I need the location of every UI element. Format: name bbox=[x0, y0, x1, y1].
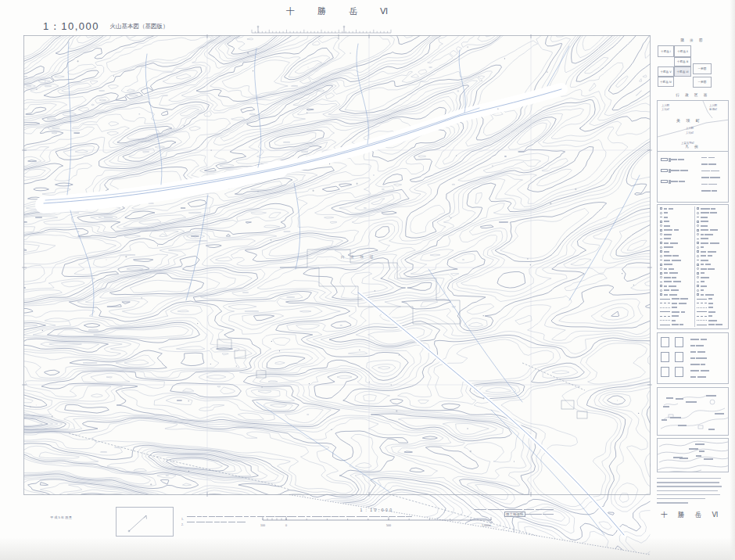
legend-table-row bbox=[689, 355, 728, 361]
admin-title: 行 政 区 画 bbox=[657, 93, 729, 97]
legend-box bbox=[661, 367, 669, 377]
index-cell-5: 十勝岳 Ⅴ bbox=[658, 66, 674, 77]
legend-row bbox=[700, 181, 728, 188]
legend-table-row bbox=[689, 368, 728, 374]
legend-row bbox=[700, 174, 728, 181]
legend-symbols-top bbox=[657, 151, 729, 203]
admin-label-c2: 美瑛町 bbox=[686, 131, 694, 135]
legend-table-row bbox=[689, 374, 728, 380]
legend-box bbox=[675, 352, 683, 362]
legend-row bbox=[659, 154, 698, 165]
credits: 国土地理院 bbox=[435, 508, 555, 517]
legend-top-right-rows bbox=[700, 154, 728, 195]
svg-text:100: 100 bbox=[260, 524, 265, 527]
note-line bbox=[657, 486, 722, 486]
note-line bbox=[657, 502, 688, 503]
survey-label: 平成5年測量 bbox=[50, 515, 73, 519]
legend-table-row bbox=[689, 336, 728, 343]
legend-row bbox=[659, 176, 698, 187]
legend-row bbox=[658, 323, 694, 328]
legend-table bbox=[657, 332, 729, 384]
margin-note-2: 2. bbox=[181, 515, 247, 529]
legend-sample-map-b bbox=[657, 438, 729, 472]
legend-table-rows bbox=[689, 336, 728, 380]
page-title: 十 勝 岳 Ⅵ bbox=[22, 5, 652, 17]
admin-label-tl2: 美瑛町 bbox=[662, 108, 669, 111]
scale-label: 1：10,000 bbox=[43, 20, 99, 32]
index-cell-general-a: 一般図 bbox=[693, 63, 712, 74]
declination-box bbox=[116, 507, 174, 537]
index-title: 隣 接 図 bbox=[657, 38, 729, 42]
sheet-title-footer: 十 勝 岳 Ⅵ bbox=[661, 511, 722, 520]
legend-row bbox=[659, 165, 698, 176]
legend-box bbox=[661, 352, 669, 362]
svg-text:500: 500 bbox=[386, 524, 391, 527]
admin-label-tr2: 新得町 bbox=[709, 108, 717, 111]
index-cell-1: 十勝岳 Ⅰ bbox=[658, 45, 674, 57]
map-area-label: 白 金 牧 場 bbox=[341, 254, 376, 260]
legend-column-right bbox=[694, 206, 729, 327]
legend-row bbox=[700, 188, 728, 195]
note-line bbox=[657, 498, 705, 499]
legend-row bbox=[700, 161, 728, 168]
sidebar: 隣 接 図 十勝岳 Ⅰ 十勝岳 Ⅱ 十勝岳 Ⅲ 十勝岳 Ⅴ 十勝岳 Ⅵ 十勝岳 … bbox=[655, 35, 732, 551]
legend-row bbox=[695, 323, 729, 328]
note-line bbox=[657, 490, 718, 491]
legend-box bbox=[661, 337, 669, 347]
svg-text:1,000m: 1,000m bbox=[482, 524, 491, 527]
index-cell-3: 十勝岳 Ⅲ bbox=[674, 57, 691, 66]
map-canvas: 白 金 牧 場 bbox=[22, 34, 652, 560]
legend-title: 凡 例 bbox=[657, 145, 729, 149]
index-cell-4: 十勝岳 Ⅳ bbox=[658, 77, 674, 87]
legend-column-left bbox=[658, 206, 694, 327]
sidebar-notes bbox=[657, 478, 726, 506]
admin-label-tr1: 上川郡 bbox=[709, 104, 717, 107]
legend-row bbox=[700, 154, 728, 161]
legend-box bbox=[675, 367, 683, 377]
declination-diagram bbox=[117, 508, 174, 537]
svg-text:0: 0 bbox=[285, 524, 287, 527]
admin-label-tl1: 上川郡 bbox=[662, 104, 669, 107]
note-2-bars bbox=[187, 515, 247, 528]
note-2-number: 2. bbox=[181, 523, 184, 526]
note-line bbox=[657, 482, 719, 483]
legend-box bbox=[675, 337, 683, 347]
legend-list bbox=[657, 204, 729, 329]
index-cell-current-6: 十勝岳 Ⅵ bbox=[674, 66, 691, 77]
index-cell-2: 十勝岳 Ⅱ bbox=[674, 45, 691, 57]
legend-sample-map-a bbox=[657, 387, 729, 436]
note-line bbox=[657, 478, 721, 479]
index-cell-general-b: 一般図 bbox=[693, 77, 712, 88]
note-line bbox=[657, 494, 720, 495]
series-label: 火山基本図（基図版） bbox=[109, 23, 168, 30]
agency-label: 国土地理院 bbox=[504, 512, 525, 517]
legend-building-rows bbox=[659, 154, 698, 187]
admin-label-c1: 上川郡 bbox=[686, 127, 694, 130]
credits-line-2: 国土地理院 bbox=[435, 512, 555, 517]
legend-row bbox=[700, 167, 728, 174]
legend-table-row bbox=[689, 343, 728, 349]
sample-map-a-callouts bbox=[658, 388, 728, 435]
admin-label-center: 美 瑛 町 bbox=[676, 118, 702, 123]
legend-table-row bbox=[689, 361, 728, 368]
legend-table-row bbox=[689, 349, 728, 355]
sample-map-b-callouts bbox=[658, 439, 728, 472]
scale-block: 1：10,000 火山基本図（基図版） bbox=[43, 19, 168, 34]
